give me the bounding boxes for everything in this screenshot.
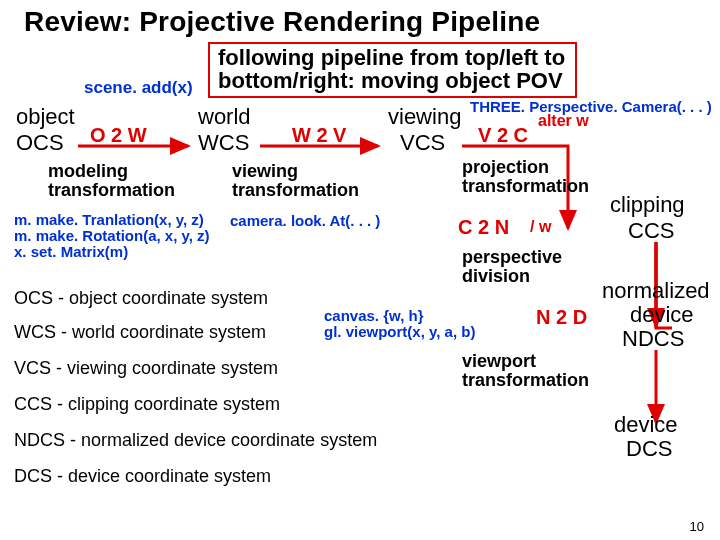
legend-vcs: VCS - viewing coordinate system	[14, 358, 278, 379]
api-canvas-wh: canvas. {w, h}	[324, 308, 475, 324]
node-normalized: normalized	[602, 278, 710, 304]
node-ocs: OCS	[16, 130, 64, 156]
edge-div-w: / w	[530, 218, 551, 236]
legend-dcs: DCS - device coordinate system	[14, 466, 271, 487]
node-device-upper: device	[630, 302, 694, 328]
node-vcs: VCS	[400, 130, 445, 156]
edge-n2d: N 2 D	[536, 306, 587, 329]
slide-title: Review: Projective Rendering Pipeline	[0, 0, 720, 38]
xform-perspective: perspective division	[462, 248, 562, 286]
legend-ndcs: NDCS - normalized device coordinate syst…	[14, 430, 377, 451]
api-perspective-camera: THREE. Perspective. Camera(. . . )	[470, 98, 712, 115]
xform-viewport-l2: transformation	[462, 371, 589, 390]
xform-projection-l2: transformation	[462, 177, 589, 196]
legend-ccs: CCS - clipping coordinate system	[14, 394, 280, 415]
node-object: object	[16, 104, 75, 130]
xform-projection-l1: projection	[462, 158, 589, 177]
edge-c2n: C 2 N	[458, 216, 509, 239]
api-set-matrix: x. set. Matrix(m)	[14, 244, 210, 260]
api-make-translation: m. make. Tranlation(x, y, z)	[14, 212, 210, 228]
node-dcs: DCS	[626, 436, 672, 462]
xform-modeling: modeling transformation	[48, 162, 175, 200]
node-world: world	[198, 104, 251, 130]
xform-viewing: viewing transformation	[232, 162, 359, 200]
node-viewing: viewing	[388, 104, 461, 130]
node-wcs: WCS	[198, 130, 249, 156]
xform-perspective-l2: division	[462, 267, 562, 286]
subtitle-line1: following pipeline from top/left to	[218, 46, 565, 69]
api-scene-add: scene. add(x)	[84, 78, 193, 98]
xform-projection: projection transformation	[462, 158, 589, 196]
api-modeling: m. make. Tranlation(x, y, z) m. make. Ro…	[14, 212, 210, 259]
api-gl-viewport: gl. viewport(x, y, a, b)	[324, 324, 475, 340]
node-device-lower: device	[614, 412, 678, 438]
arrow-o2w	[76, 118, 196, 158]
subtitle-line2: bottom/right: moving object POV	[218, 69, 565, 92]
api-make-rotation: m. make. Rotation(a, x, y, z)	[14, 228, 210, 244]
xform-perspective-l1: perspective	[462, 248, 562, 267]
subtitle-box: following pipeline from top/left to bott…	[208, 42, 577, 98]
api-viewport: canvas. {w, h} gl. viewport(x, y, a, b)	[324, 308, 475, 340]
xform-viewport-l1: viewport	[462, 352, 589, 371]
legend-ocs: OCS - object coordinate system	[14, 288, 268, 309]
xform-viewing-l1: viewing	[232, 162, 359, 181]
xform-viewing-l2: transformation	[232, 181, 359, 200]
xform-viewport: viewport transformation	[462, 352, 589, 390]
legend-wcs: WCS - world coordinate system	[14, 322, 266, 343]
node-clipping: clipping	[610, 192, 685, 218]
xform-modeling-l1: modeling	[48, 162, 175, 181]
page-number: 10	[690, 519, 704, 534]
arrow-w2v	[258, 118, 388, 158]
xform-modeling-l2: transformation	[48, 181, 175, 200]
api-look-at: camera. look. At(. . . )	[230, 212, 380, 229]
